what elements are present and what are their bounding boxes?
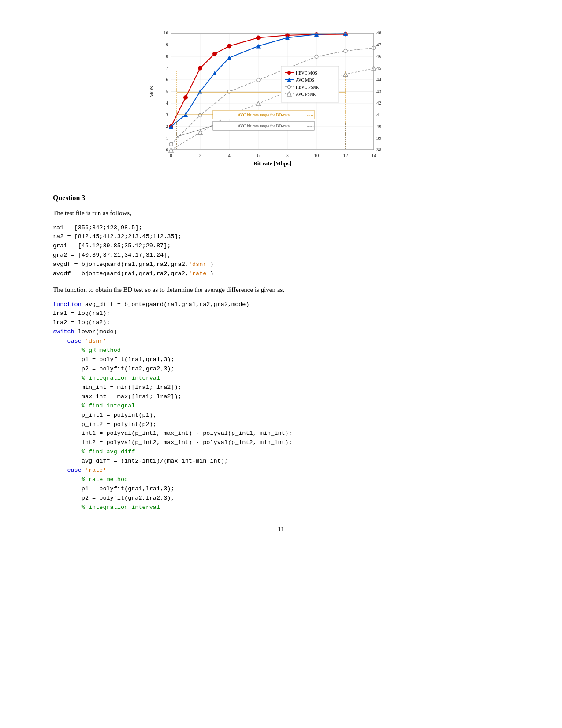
svg-text:5: 5 — [166, 89, 168, 94]
svg-text:AVC bit rate range for BD-rate: AVC bit rate range for BD-rate — [238, 124, 290, 128]
svg-text:6: 6 — [257, 153, 260, 158]
code-block-function: function avg_diff = bjontegaard(ra1,gra1… — [53, 300, 509, 512]
svg-text:40: 40 — [376, 123, 382, 129]
svg-text:8: 8 — [166, 53, 168, 59]
svg-text:12: 12 — [343, 153, 348, 158]
svg-text:8: 8 — [286, 153, 289, 158]
svg-text:7: 7 — [166, 65, 168, 71]
svg-text:48: 48 — [376, 30, 382, 35]
svg-point-51 — [212, 52, 217, 56]
svg-text:4: 4 — [166, 100, 168, 105]
svg-text:Bit rate [Mbps]: Bit rate [Mbps] — [253, 160, 291, 167]
svg-text:HEVC PSNR: HEVC PSNR — [296, 85, 319, 90]
svg-point-71 — [315, 55, 318, 59]
svg-text:45: 45 — [376, 65, 382, 71]
function-intro: The function to obtain the BD test so as… — [53, 285, 509, 295]
svg-text:47: 47 — [376, 42, 382, 47]
svg-text:MOS: MOS — [149, 86, 155, 97]
svg-point-103 — [287, 86, 290, 89]
svg-text:43: 43 — [376, 89, 382, 94]
svg-text:42: 42 — [376, 100, 381, 105]
svg-text:PSNR: PSNR — [307, 125, 315, 128]
svg-text:AVC MOS: AVC MOS — [296, 78, 314, 82]
svg-point-97 — [287, 71, 291, 75]
svg-point-50 — [198, 66, 202, 71]
svg-point-49 — [183, 95, 188, 100]
svg-text:10: 10 — [314, 153, 319, 158]
svg-text:3: 3 — [166, 112, 168, 117]
svg-text:41: 41 — [376, 112, 381, 117]
page-number: 11 — [53, 526, 509, 533]
svg-text:44: 44 — [376, 77, 382, 82]
svg-text:AVC bit rate range for BD-rate: AVC bit rate range for BD-rate — [238, 113, 290, 117]
svg-text:46: 46 — [376, 53, 382, 59]
svg-text:2: 2 — [199, 153, 201, 158]
svg-text:MOS: MOS — [307, 114, 313, 117]
chart-svg: 0 1 2 3 4 5 6 7 8 9 10 MOS 38 39 40 41 4… — [145, 26, 418, 176]
svg-text:0: 0 — [170, 153, 172, 158]
svg-text:10: 10 — [164, 30, 169, 35]
svg-text:6: 6 — [166, 77, 168, 82]
question-section: Question 3 The test file is run as follo… — [53, 194, 509, 512]
svg-point-53 — [256, 36, 261, 40]
svg-text:1: 1 — [166, 135, 168, 141]
svg-point-67 — [198, 114, 202, 117]
svg-text:38: 38 — [376, 147, 382, 152]
svg-text:0: 0 — [166, 147, 168, 152]
svg-text:39: 39 — [376, 135, 382, 141]
svg-text:9: 9 — [166, 42, 168, 47]
svg-text:HEVC MOS: HEVC MOS — [296, 71, 317, 75]
svg-point-72 — [344, 49, 347, 53]
svg-text:AVC PSNR: AVC PSNR — [296, 92, 316, 97]
question-title: Question 3 — [53, 194, 509, 202]
svg-text:4: 4 — [228, 153, 231, 158]
chart-container: 0 1 2 3 4 5 6 7 8 9 10 MOS 38 39 40 41 4… — [53, 26, 509, 176]
code-block-1: ra1 = [356;342;123;98.5]; ra2 = [812.45;… — [53, 224, 509, 279]
question-intro: The test file is run as follows, — [53, 208, 509, 218]
svg-text:14: 14 — [371, 153, 376, 158]
svg-point-69 — [257, 78, 260, 82]
svg-text:2: 2 — [166, 123, 168, 129]
chart-wrapper: 0 1 2 3 4 5 6 7 8 9 10 MOS 38 39 40 41 4… — [145, 26, 418, 176]
svg-point-52 — [227, 44, 231, 49]
